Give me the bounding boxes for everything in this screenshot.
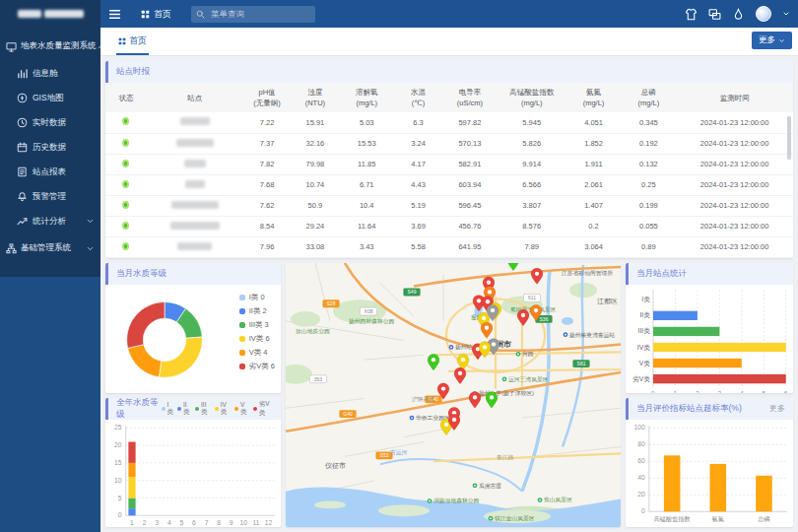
month-grade-card: 当月水质等级 I类 0II类 2III类 3IV类 6V类 4劣V类 6 xyxy=(105,263,281,393)
table-row: 7.9633.083.435.58641.957.893.0640.892024… xyxy=(105,236,793,257)
svg-text:10: 10 xyxy=(240,518,248,525)
chevron-down-icon xyxy=(778,37,785,44)
search-input[interactable] xyxy=(209,8,310,20)
legend-item[interactable]: 劣V类 6 xyxy=(239,362,275,371)
month-station-bar-chart: 0123456I类II类III类IV类V类劣V类 xyxy=(626,285,793,393)
chevron-down-icon xyxy=(86,217,95,226)
station-name-redacted xyxy=(171,201,219,209)
table-cell: 456.76 xyxy=(442,216,498,236)
table-cell: 10.4 xyxy=(339,195,394,216)
sidebar-item-report[interactable]: 站点报表 xyxy=(0,160,100,184)
road-shield: S61 xyxy=(572,360,589,367)
svg-text:12: 12 xyxy=(265,518,273,525)
sidebar-item-history[interactable]: 历史数据 xyxy=(0,135,100,160)
dashboard-content: 站点时报 状态站点pH值(无量纲)浊度(NTU)溶解氧(mg/L)水温(℃)电导… xyxy=(100,56,798,532)
theme-shirt-icon[interactable] xyxy=(685,8,698,21)
table-cell: 6.71 xyxy=(339,174,394,195)
map-label: 江苏省邵仙闸管理所 xyxy=(562,270,613,277)
table-cell: 7.62 xyxy=(243,195,292,216)
left-chart-column: 当月水质等级 I类 0II类 2III类 3IV类 6V类 4劣V类 6 全年水… xyxy=(105,263,281,527)
tab-home[interactable]: 首页 xyxy=(116,34,149,55)
svg-text:100: 100 xyxy=(633,424,644,431)
legend-item[interactable]: I类 0 xyxy=(239,293,275,302)
svg-text:春江路: 春江路 xyxy=(497,454,514,461)
road-shield: G40 xyxy=(339,410,356,418)
table-cell: 32.16 xyxy=(291,133,339,154)
table-cell: 597.82 xyxy=(442,112,498,133)
topbar: 首页 xyxy=(100,0,798,28)
legend-item[interactable]: V类 4 xyxy=(239,348,275,358)
table-cell: 2024-01-23 12:00:00 xyxy=(676,216,793,236)
exceed-rate-card: 当月评价指标站点超标率(%) 更多 020406080100高锰酸盐指数氨氮总磷 xyxy=(626,398,793,528)
svg-text:运河三湾风景区: 运河三湾风景区 xyxy=(508,376,549,383)
svg-text:1: 1 xyxy=(130,518,134,525)
table-cell: 7.96 xyxy=(243,236,292,257)
svg-text:20: 20 xyxy=(114,441,122,448)
sidebar-item-alert[interactable]: 预警管理 xyxy=(0,184,100,209)
chevron-down-icon[interactable] xyxy=(782,10,790,18)
table-scrollbar[interactable] xyxy=(787,116,791,160)
sidebar-item-stats[interactable]: 统计分析 xyxy=(0,209,100,233)
sidebar-section-water-system[interactable]: 地表水质量监测系统 xyxy=(0,32,100,61)
sidebar-item-gis[interactable]: GIS地图 xyxy=(0,86,100,110)
sidebar-item-info[interactable]: 信息舱 xyxy=(0,61,100,86)
legend-item[interactable]: II类 xyxy=(177,401,191,417)
card-title: 站点时报 xyxy=(116,66,150,78)
sidebar-section-base-system[interactable]: 基础管理系统 xyxy=(0,233,100,263)
month-station-card: 当月站点统计 0123456I类II类III类IV类V类劣V类 xyxy=(626,263,793,393)
table-cell: 1.852 xyxy=(566,133,622,154)
app-window: 地表水质量监测系统 信息舱GIS地图实时数据历史数据站点报表预警管理统计分析 基… xyxy=(0,0,798,532)
table-cell: 4.43 xyxy=(394,174,442,195)
svg-text:扬州茱萸湾客运站: 扬州茱萸湾客运站 xyxy=(569,332,616,339)
breadcrumb[interactable]: 首页 xyxy=(141,8,171,21)
flame-icon[interactable] xyxy=(732,8,745,21)
table-cell: 0.25 xyxy=(621,174,676,195)
svg-text:劣V类: 劣V类 xyxy=(632,375,650,383)
sidebar-section-label: 地表水质量监测系统 xyxy=(21,40,97,52)
sidebar-item-realtime[interactable]: 实时数据 xyxy=(0,110,100,135)
table-cell: 0.345 xyxy=(621,112,676,133)
table-row: 8.5429.2411.643.69456.768.5760.20.055202… xyxy=(105,216,793,236)
table-cell: 2024-01-23 12:00:00 xyxy=(676,154,793,174)
legend-item[interactable]: III类 3 xyxy=(239,320,275,330)
table-row: 7.8279.9811.854.17582.919.9141.9110.1322… xyxy=(105,154,793,174)
legend-item[interactable]: II类 2 xyxy=(239,306,275,316)
svg-text:40: 40 xyxy=(637,474,645,481)
table-row: 7.3732.1615.533.24570.135.8261.8520.1922… xyxy=(105,133,793,154)
legend-item[interactable]: V类 xyxy=(234,401,249,417)
station-name-redacted xyxy=(170,222,220,230)
sidebar-item-label: 统计分析 xyxy=(33,216,66,228)
svg-text:5: 5 xyxy=(762,390,765,393)
card-title: 当月水质等级 xyxy=(116,268,166,280)
more-button[interactable]: 更多 xyxy=(752,32,792,49)
map-label: 运河三湾风景区 xyxy=(502,376,549,383)
svg-text:高锰酸盐指数: 高锰酸盐指数 xyxy=(654,514,692,522)
table-cell: 7.89 xyxy=(498,236,566,257)
table-cell: 11.64 xyxy=(339,216,394,236)
table-cell: 3.24 xyxy=(394,133,442,154)
table-cell: 7.22 xyxy=(243,112,292,133)
table-cell: 596.45 xyxy=(442,195,498,216)
table-cell: 0.192 xyxy=(621,133,676,154)
gis-map[interactable]: S28G40G40S53S49S36S61X08353611扬州市江都区仪征市扬… xyxy=(286,263,621,527)
svg-text:7: 7 xyxy=(205,518,209,525)
map-label: 仪征市 xyxy=(325,462,346,470)
legend-item[interactable]: III类 xyxy=(195,401,211,417)
bars-icon xyxy=(17,68,28,79)
avatar[interactable] xyxy=(756,6,771,22)
hamburger-menu-icon[interactable] xyxy=(108,8,121,21)
column-header: 站点 xyxy=(147,83,243,112)
legend-item[interactable]: IV类 xyxy=(215,401,231,417)
map-canvas[interactable]: S28G40G40S53S49S36S61X08353611扬州市江都区仪征市扬… xyxy=(286,263,621,527)
more-link[interactable]: 更多 xyxy=(769,403,785,414)
fullscreen-icon[interactable] xyxy=(708,8,721,21)
column-header: 水温(℃) xyxy=(394,83,442,112)
svg-text:扬州站: 扬州站 xyxy=(455,344,473,351)
legend-item[interactable]: 劣V类 xyxy=(253,400,273,418)
legend-item[interactable]: I类 xyxy=(162,401,174,417)
column-header: 氨氮(mg/L) xyxy=(566,83,622,112)
svg-text:60: 60 xyxy=(637,457,645,464)
legend-item[interactable]: IV类 6 xyxy=(239,334,275,344)
table-cell: 0.055 xyxy=(621,216,676,236)
menu-search[interactable] xyxy=(191,6,315,23)
